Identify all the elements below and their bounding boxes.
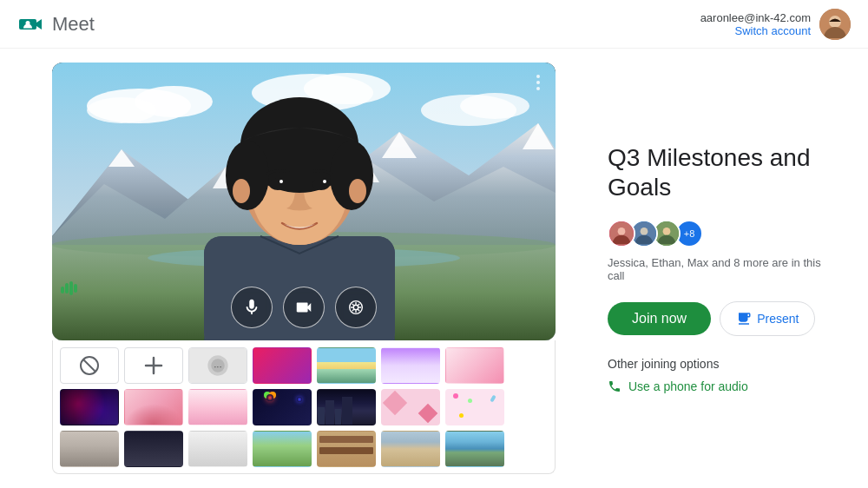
account-email: aaronlee@ink-42.com: [700, 11, 811, 24]
bg-horses[interactable]: [381, 431, 440, 467]
video-preview: [52, 63, 556, 340]
bg-mountain-lake[interactable]: [445, 431, 504, 467]
bg-garden[interactable]: [253, 431, 312, 467]
phone-audio-link[interactable]: Use a phone for audio: [608, 379, 748, 393]
svg-point-35: [323, 180, 326, 183]
bg-dark-street[interactable]: [124, 431, 183, 467]
bg-row-3: [60, 431, 548, 467]
bg-gradient1[interactable]: [253, 347, 312, 384]
svg-rect-40: [69, 281, 73, 295]
meet-icon: [17, 10, 45, 38]
bg-none[interactable]: [60, 347, 119, 384]
svg-line-45: [83, 359, 95, 372]
svg-point-30: [226, 141, 269, 210]
bg-blur[interactable]: ···: [188, 347, 247, 384]
svg-point-55: [641, 228, 648, 235]
join-now-button[interactable]: Join now: [608, 302, 711, 335]
svg-point-53: [618, 228, 626, 235]
phone-icon: [608, 379, 621, 393]
background-picker: ···: [52, 340, 556, 474]
bg-city-night[interactable]: [317, 389, 376, 425]
phone-audio-text: Use a phone for audio: [628, 379, 748, 393]
avatar[interactable]: [819, 9, 851, 40]
action-row: Join now Present: [608, 301, 815, 336]
bg-row-2: [60, 389, 548, 425]
bg-purple-sky[interactable]: [381, 347, 440, 384]
bg-galaxy[interactable]: [60, 389, 119, 425]
present-icon: [736, 311, 752, 326]
svg-point-31: [330, 141, 373, 210]
bg-modern-room[interactable]: [60, 431, 119, 467]
svg-point-11: [460, 93, 529, 119]
bg-add[interactable]: [124, 347, 183, 384]
video-more-options[interactable]: [533, 71, 543, 94]
svg-point-33: [312, 178, 330, 190]
bg-confetti[interactable]: [445, 389, 504, 425]
switch-account-link[interactable]: Switch account: [700, 24, 811, 37]
bg-pink-geometric[interactable]: [381, 389, 440, 425]
controls-bar: [231, 287, 377, 328]
bg-bookshelf[interactable]: [317, 431, 376, 467]
present-button[interactable]: Present: [720, 301, 815, 336]
svg-point-57: [663, 228, 671, 235]
bg-fireworks[interactable]: [253, 389, 312, 425]
svg-text:···: ···: [214, 360, 222, 372]
svg-rect-38: [61, 287, 64, 293]
participant-avatar-jessica: [608, 220, 635, 247]
bg-pink-soft[interactable]: [445, 347, 504, 384]
svg-point-32: [269, 178, 286, 190]
svg-point-36: [233, 179, 250, 203]
app-name: Meet: [52, 13, 95, 36]
meeting-title: Q3 Milestones and Goals: [608, 143, 833, 201]
left-panel: ···: [0, 49, 573, 488]
mic-button[interactable]: [231, 287, 273, 328]
bg-beach[interactable]: [317, 347, 376, 384]
participants-row: +8: [608, 220, 703, 247]
account-info: aaronlee@ink-42.com Switch account: [700, 11, 811, 37]
svg-point-37: [349, 179, 366, 203]
main-content: ···: [0, 49, 868, 488]
logo-area: Meet: [17, 10, 95, 38]
account-area: aaronlee@ink-42.com Switch account: [700, 9, 851, 40]
bg-flowers[interactable]: [124, 389, 183, 425]
camera-button[interactable]: [283, 287, 325, 328]
svg-point-7: [87, 97, 156, 123]
svg-rect-39: [65, 283, 69, 293]
bg-row-1: ···: [60, 347, 548, 384]
header: Meet aaronlee@ink-42.com Switch account: [0, 0, 868, 49]
bg-cherry[interactable]: [188, 389, 247, 425]
audio-level-indicator: [61, 280, 82, 297]
other-options-title: Other joining options: [608, 357, 719, 371]
right-panel: Q3 Milestones and Goals +8 Jessica, Etha…: [573, 49, 868, 488]
svg-rect-41: [74, 284, 77, 293]
bg-bright-office[interactable]: [188, 431, 247, 467]
participants-text: Jessica, Ethan, Max and 8 more are in th…: [608, 256, 833, 282]
svg-point-34: [279, 180, 283, 183]
effects-button[interactable]: [335, 287, 377, 328]
